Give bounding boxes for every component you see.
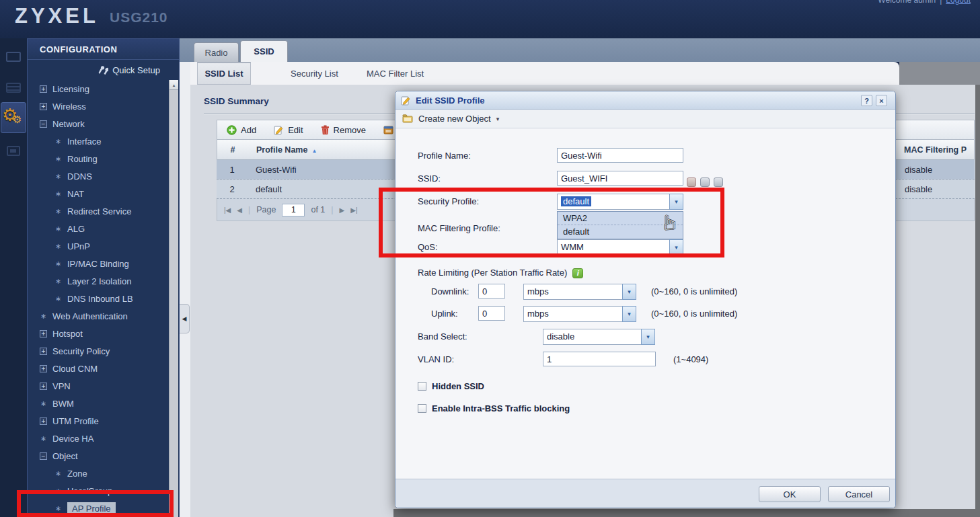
uplink-input[interactable] [478, 306, 505, 321]
next-page-icon[interactable]: ▶ [340, 206, 345, 214]
sidebar-item-bwm[interactable]: ∗BWM [28, 395, 169, 412]
cancel-button[interactable]: Cancel [828, 486, 890, 502]
create-new-object-button[interactable]: Create new Object ▾ [395, 110, 895, 128]
uplink-unit-dropdown-icon[interactable]: ▾ [622, 306, 636, 322]
field-icon-3[interactable] [714, 177, 723, 187]
first-page-icon[interactable]: |◀ [224, 206, 231, 214]
security-profile-label: Security Profile: [418, 194, 479, 210]
tab-ssid[interactable]: SSID [240, 40, 288, 62]
downlink-unit-dropdown-icon[interactable]: ▾ [622, 284, 636, 300]
sidebar-item-device-ha[interactable]: ∗Device HA [28, 430, 169, 447]
bullet-icon: ∗ [54, 137, 62, 146]
edit-ssid-profile-dialog: Edit SSID Profile ? × Create new Object … [395, 91, 896, 508]
sidebar-scrollbar[interactable]: ▴ [169, 80, 178, 517]
expand-icon[interactable]: + [40, 85, 47, 93]
ssid-input[interactable] [557, 171, 683, 186]
sidebar-item-web-authentication[interactable]: ∗Web Authentication [28, 307, 169, 325]
rail-monitor-button[interactable] [1, 73, 26, 102]
sidebar-item-zone[interactable]: ∗Zone [28, 465, 169, 482]
uplink-row: Uplink: mbps ▾ (0~160, 0 is unlimited) [395, 306, 895, 322]
subtab-security-list[interactable]: Security List [291, 62, 338, 85]
close-button[interactable]: × [876, 95, 887, 106]
cell-num: 2 [217, 184, 248, 194]
subtab-mac-filter-list[interactable]: MAC Filter List [367, 62, 424, 85]
sidebar-item-redirect-service[interactable]: ∗Redirect Service [28, 202, 169, 220]
field-icon-2[interactable] [700, 177, 710, 187]
sidebar-item-nat[interactable]: ∗NAT [28, 185, 169, 202]
sidebar-item-label: Web Authentication [52, 311, 128, 321]
sidebar-item-ap-profile[interactable]: ∗AP Profile [28, 500, 169, 517]
sidebar-item-layer-2-isolation[interactable]: ∗Layer 2 Isolation [28, 272, 169, 290]
sidebar-item-hotspot[interactable]: +Hotspot [28, 325, 169, 342]
sidebar-item-upnp[interactable]: ∗UPnP [28, 237, 169, 255]
object-reference-icon [383, 126, 393, 134]
rail-configuration-button[interactable]: ⚙⚙ [1, 102, 26, 133]
sidebar-item-wireless[interactable]: +Wireless [28, 97, 169, 115]
add-button[interactable]: Add [227, 125, 256, 135]
logout-link[interactable]: Logout [946, 0, 971, 5]
qos-dropdown-icon[interactable]: ▾ [669, 239, 683, 255]
dropdown-option-default[interactable]: default [558, 225, 683, 239]
sidebar-item-object[interactable]: −Object [28, 447, 169, 465]
intra-bss-checkbox[interactable] [418, 404, 426, 413]
sidebar-item-cloud-cnm[interactable]: +Cloud CNM [28, 360, 169, 377]
edit-button[interactable]: Edit [274, 125, 303, 135]
expand-icon[interactable]: + [40, 383, 47, 390]
sidebar-item-interface[interactable]: ∗Interface [28, 132, 169, 150]
welcome-text: Welcome admin [878, 0, 936, 5]
panel-corner [899, 62, 980, 85]
sidebar-item-ip-mac-binding[interactable]: ∗IP/MAC Binding [28, 255, 169, 272]
quick-setup-button[interactable]: Quick Setup [28, 60, 179, 80]
sidebar-item-ddns[interactable]: ∗DDNS [28, 167, 169, 185]
sidebar-item-utm-profile[interactable]: +UTM Profile [28, 412, 169, 430]
band-select-dropdown-icon[interactable]: ▾ [641, 329, 655, 345]
collapse-icon[interactable]: − [40, 452, 47, 460]
hidden-ssid-checkbox[interactable] [418, 382, 426, 391]
downlink-input[interactable] [478, 284, 505, 299]
security-profile-dropdown-icon[interactable]: ▾ [669, 194, 683, 210]
uplink-unit-combo[interactable]: mbps ▾ [523, 306, 636, 322]
band-select-combo[interactable]: disable ▾ [543, 329, 655, 345]
collapse-icon[interactable]: − [40, 120, 47, 128]
monitor-icon [6, 52, 21, 62]
column-num[interactable]: # [217, 145, 248, 155]
expand-icon[interactable]: + [40, 348, 47, 355]
expand-icon[interactable]: + [40, 330, 47, 337]
qos-combo[interactable]: WMM ▾ [557, 239, 683, 255]
sidebar-collapse-handle[interactable]: ◀ [180, 304, 190, 333]
last-page-icon[interactable]: ▶| [350, 206, 357, 214]
sidebar-item-security-policy[interactable]: +Security Policy [28, 342, 169, 360]
remove-button[interactable]: Remove [321, 125, 366, 135]
info-icon[interactable]: i [572, 268, 583, 278]
help-button[interactable]: ? [861, 95, 872, 106]
column-mac-filtering[interactable]: MAC Filtering P [899, 145, 974, 155]
subtab-ssid-list[interactable]: SSID List [197, 62, 251, 85]
tab-radio[interactable]: Radio [194, 42, 239, 62]
expand-icon[interactable]: + [40, 103, 47, 110]
rail-dashboard-button[interactable] [1, 42, 26, 71]
qos-value: WMM [557, 239, 669, 255]
vlan-id-input[interactable] [543, 352, 656, 366]
security-profile-combo[interactable]: default ▾ [557, 194, 683, 210]
expand-icon[interactable]: + [40, 365, 47, 372]
field-icon-1[interactable] [687, 177, 696, 187]
sidebar-item-vpn[interactable]: +VPN [28, 377, 169, 395]
dialog-header[interactable]: Edit SSID Profile ? × [395, 91, 895, 110]
ok-button[interactable]: OK [759, 486, 821, 502]
sidebar-item-licensing[interactable]: +Licensing [28, 80, 169, 97]
sidebar-item-user-group[interactable]: ∗User/Group [28, 482, 169, 500]
dropdown-option-wpa2[interactable]: WPA2 [558, 212, 683, 225]
expand-icon[interactable]: + [40, 417, 47, 425]
sidebar-item-routing[interactable]: ∗Routing [28, 150, 169, 167]
rail-maintenance-button[interactable] [1, 136, 26, 165]
page-input[interactable] [282, 204, 305, 216]
downlink-unit-combo[interactable]: mbps ▾ [523, 284, 636, 300]
prev-page-icon[interactable]: ◀ [237, 206, 242, 214]
profile-name-input[interactable] [557, 148, 683, 163]
bullet-icon: ∗ [54, 294, 62, 303]
sidebar-item-dns-inbound-lb[interactable]: ∗DNS Inbound LB [28, 290, 169, 307]
device-model: USG210 [110, 9, 168, 26]
scroll-up-icon[interactable]: ▴ [169, 80, 178, 90]
sidebar-item-alg[interactable]: ∗ALG [28, 220, 169, 237]
sidebar-item-network[interactable]: −Network [28, 115, 169, 132]
